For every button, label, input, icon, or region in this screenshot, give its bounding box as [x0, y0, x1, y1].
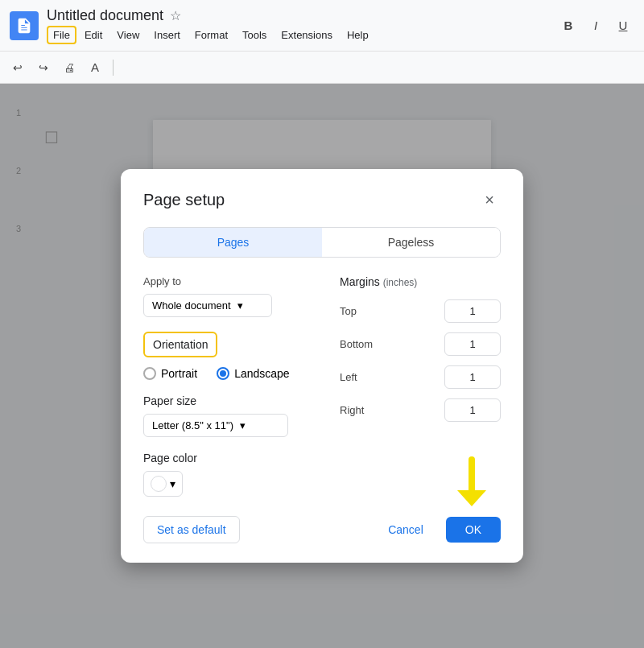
doc-title[interactable]: Untitled document: [47, 7, 163, 24]
page-color-picker[interactable]: ▾: [143, 471, 183, 497]
svg-marker-2: [457, 490, 486, 506]
star-icon[interactable]: ☆: [170, 8, 181, 23]
paper-size-arrow: ▾: [240, 419, 246, 431]
print-button[interactable]: 🖨: [58, 56, 80, 79]
bold-button[interactable]: B: [557, 14, 580, 37]
portrait-radio-circle[interactable]: [143, 367, 156, 380]
ok-button[interactable]: OK: [446, 517, 501, 543]
orientation-landscape[interactable]: Landscape: [217, 367, 290, 380]
close-button[interactable]: ×: [478, 188, 501, 211]
apply-to-label: Apply to: [143, 275, 324, 287]
menu-item-edit[interactable]: Edit: [78, 26, 109, 44]
paper-size-select[interactable]: Letter (8.5" x 11") ▾: [143, 414, 288, 437]
dialog-content: Apply to Whole document ▾ Orientation Po…: [143, 275, 501, 497]
margin-right-input[interactable]: [444, 398, 501, 422]
dialog-footer: Set as default Cancel OK: [143, 516, 501, 543]
apply-to-arrow: ▾: [237, 299, 243, 312]
toolbar-row: ↩ ↪ 🖨 A: [0, 52, 644, 84]
ok-arrow-indicator: [454, 456, 499, 508]
set-as-default-button[interactable]: Set as default: [143, 516, 240, 543]
doc-area: 1 2 3 ☐ Page setup × Pages Pageless: [0, 84, 644, 648]
apply-to-value: Whole document: [152, 299, 231, 312]
docs-icon: [10, 11, 39, 40]
portrait-label: Portrait: [161, 367, 197, 380]
menu-item-file[interactable]: File: [47, 26, 76, 44]
menu-bar: File Edit View Insert Format Tools Exten…: [47, 26, 557, 44]
toolbar-right: B I U: [557, 14, 634, 37]
margin-bottom-input[interactable]: [444, 332, 501, 356]
color-swatch-white: [151, 476, 167, 492]
toolbar-divider: [113, 60, 114, 76]
orientation-portrait[interactable]: Portrait: [143, 367, 197, 380]
spellcheck-button[interactable]: A: [84, 56, 106, 79]
margin-top-input[interactable]: [444, 299, 501, 323]
orientation-label: Orientation: [143, 332, 217, 357]
tab-pages[interactable]: Pages: [144, 228, 322, 257]
title-area: Untitled document ☆ File Edit View Inser…: [47, 7, 557, 44]
undo-button[interactable]: ↩: [6, 56, 29, 79]
margin-bottom-label: Bottom: [340, 338, 380, 350]
page-setup-dialog: Page setup × Pages Pageless Apply to Who…: [121, 169, 523, 563]
landscape-label: Landscape: [234, 367, 290, 380]
menu-item-insert[interactable]: Insert: [147, 26, 187, 44]
menu-item-tools[interactable]: Tools: [236, 26, 273, 44]
margin-row-left: Left: [340, 365, 501, 389]
margin-left-input[interactable]: [444, 365, 501, 389]
margin-right-label: Right: [340, 404, 380, 416]
cancel-button[interactable]: Cancel: [375, 517, 436, 543]
landscape-radio-circle[interactable]: [217, 367, 229, 380]
paper-size-label: Paper size: [143, 394, 324, 407]
color-arrow: ▾: [170, 477, 175, 490]
left-column: Apply to Whole document ▾ Orientation Po…: [143, 275, 324, 497]
margin-row-top: Top: [340, 299, 501, 323]
tabs-container: Pages Pageless: [143, 227, 501, 258]
margins-unit: (inches): [383, 277, 418, 288]
underline-button[interactable]: U: [612, 14, 634, 37]
topbar: Untitled document ☆ File Edit View Inser…: [0, 0, 644, 52]
tab-pageless[interactable]: Pageless: [322, 228, 500, 257]
menu-item-format[interactable]: Format: [188, 26, 234, 44]
page-color-label: Page color: [143, 452, 324, 464]
menu-item-view[interactable]: View: [110, 26, 146, 44]
footer-right: Cancel OK: [375, 517, 501, 543]
menu-item-extensions[interactable]: Extensions: [275, 26, 339, 44]
margin-left-label: Left: [340, 371, 380, 383]
dialog-header: Page setup ×: [143, 188, 501, 211]
dialog-title: Page setup: [143, 191, 225, 209]
redo-button[interactable]: ↪: [32, 56, 55, 79]
italic-button[interactable]: I: [584, 14, 607, 37]
margin-row-bottom: Bottom: [340, 332, 501, 356]
paper-size-value: Letter (8.5" x 11"): [152, 419, 233, 431]
orientation-radio-group: Portrait Landscape: [143, 367, 324, 380]
menu-item-help[interactable]: Help: [341, 26, 375, 44]
margin-top-label: Top: [340, 305, 380, 317]
margin-row-right: Right: [340, 398, 501, 422]
modal-overlay: Page setup × Pages Pageless Apply to Who…: [0, 84, 644, 648]
margins-title: Margins (inches): [340, 275, 501, 288]
apply-to-select[interactable]: Whole document ▾: [143, 294, 272, 317]
